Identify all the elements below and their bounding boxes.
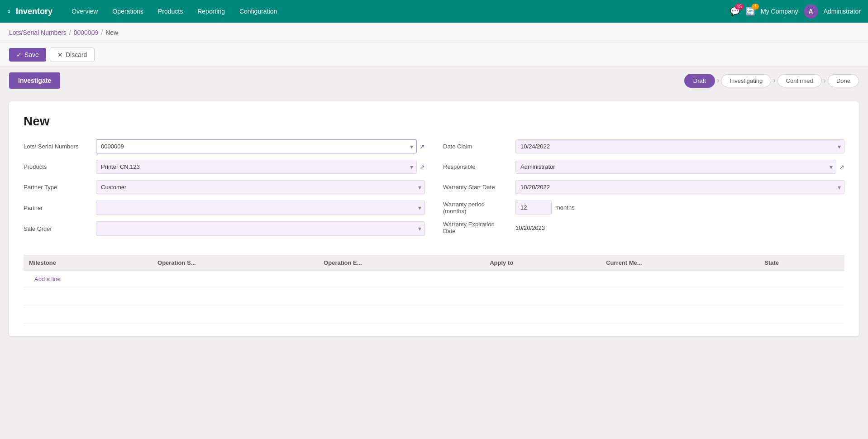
partner-label: Partner bbox=[24, 205, 96, 211]
left-form-section: Lots/ Serial Numbers ▾ ↗ Products Pri bbox=[24, 139, 425, 242]
save-button[interactable]: ✓ Save bbox=[9, 48, 46, 62]
investigate-button[interactable]: Investigate bbox=[9, 72, 60, 89]
warranty-start-label: Warranty Start Date bbox=[443, 184, 515, 191]
discard-label: Discard bbox=[66, 51, 87, 58]
record-title: New bbox=[24, 114, 844, 129]
step-arrow-1: › bbox=[717, 76, 719, 85]
responsible-select-wrapper: Administrator ▾ bbox=[515, 160, 836, 174]
col-state: State bbox=[759, 255, 844, 271]
date-claim-field: ▾ bbox=[515, 139, 844, 153]
responsible-field: Administrator ▾ bbox=[515, 160, 836, 174]
company-name[interactable]: My Company bbox=[761, 8, 798, 15]
breadcrumb-lots[interactable]: Lots/Serial Numbers bbox=[9, 29, 67, 36]
user-avatar[interactable]: A bbox=[804, 4, 818, 19]
col-operation-end: Operation E... bbox=[318, 255, 484, 271]
action-bar: Investigate Draft › Investigating › Conf… bbox=[0, 67, 868, 94]
grid-icon[interactable]: ▫ bbox=[7, 6, 10, 17]
warranty-expiry-value: 10/20/2023 bbox=[515, 224, 545, 231]
nav-links: Overview Operations Products Reporting C… bbox=[65, 5, 726, 18]
partner-type-select[interactable]: Customer Vendor bbox=[96, 180, 425, 194]
status-investigating[interactable]: Investigating bbox=[721, 74, 771, 87]
responsible-external-link-icon[interactable]: ↗ bbox=[839, 163, 844, 171]
warranty-expiry-row: Warranty Expiration Date 10/20/2023 bbox=[443, 221, 844, 234]
col-operation-start: Operation S... bbox=[152, 255, 318, 271]
app-brand[interactable]: Inventory bbox=[16, 7, 52, 16]
warranty-expiry-label: Warranty Expiration Date bbox=[443, 221, 515, 234]
toolbar: ✓ Save ✕ Discard bbox=[0, 43, 868, 67]
products-field: Printer CN.123 ▾ bbox=[96, 160, 417, 174]
sale-order-label: Sale Order bbox=[24, 225, 96, 232]
activity-badge[interactable]: 🔄 1 bbox=[745, 6, 755, 16]
right-form-section: Date Claim ▾ Responsible Administrator bbox=[443, 139, 844, 242]
status-draft[interactable]: Draft bbox=[684, 74, 715, 88]
products-row: Products Printer CN.123 ▾ ↗ bbox=[24, 160, 425, 174]
breadcrumb-sep-2: / bbox=[101, 29, 103, 36]
breadcrumb-serial[interactable]: 0000009 bbox=[74, 29, 99, 36]
milestones-tbody: Add a line bbox=[24, 271, 844, 324]
form-card: New Lots/ Serial Numbers ▾ ↗ bbox=[9, 101, 859, 336]
status-investigating-label: Investigating bbox=[721, 74, 771, 87]
lots-serial-label: Lots/ Serial Numbers bbox=[24, 143, 96, 150]
milestones-table: Milestone Operation S... Operation E... … bbox=[24, 255, 844, 324]
save-label: Save bbox=[24, 51, 39, 58]
warranty-period-input[interactable] bbox=[515, 200, 552, 215]
lots-serial-select-wrapper: ▾ bbox=[96, 139, 417, 153]
discard-x-icon: ✕ bbox=[57, 51, 63, 58]
nav-overview[interactable]: Overview bbox=[65, 5, 104, 18]
nav-configuration[interactable]: Configuration bbox=[233, 5, 283, 18]
step-arrow-2: › bbox=[773, 76, 775, 85]
add-line-button[interactable]: Add a line bbox=[29, 272, 66, 286]
responsible-row: Responsible Administrator ▾ ↗ bbox=[443, 160, 844, 174]
partner-type-label: Partner Type bbox=[24, 184, 96, 191]
sale-order-select-wrapper: ▾ bbox=[96, 221, 425, 236]
username[interactable]: Administrator bbox=[824, 8, 861, 15]
status-done[interactable]: Done bbox=[828, 74, 859, 87]
milestones-empty-row-1 bbox=[24, 287, 844, 305]
status-done-label: Done bbox=[828, 74, 859, 87]
nav-products[interactable]: Products bbox=[152, 5, 189, 18]
milestones-thead: Milestone Operation S... Operation E... … bbox=[24, 255, 844, 271]
status-confirmed-label: Confirmed bbox=[777, 74, 822, 87]
top-navigation: ▫ Inventory Overview Operations Products… bbox=[0, 0, 868, 23]
partner-type-select-wrapper: Customer Vendor ▾ bbox=[96, 180, 425, 194]
main-content: New Lots/ Serial Numbers ▾ ↗ bbox=[0, 94, 868, 344]
date-claim-input[interactable] bbox=[515, 139, 844, 153]
milestones-add-row: Add a line bbox=[24, 271, 844, 287]
lots-serial-input[interactable] bbox=[96, 139, 417, 153]
products-value[interactable]: Printer CN.123 bbox=[96, 160, 417, 174]
breadcrumb: Lots/Serial Numbers / 0000009 / New bbox=[0, 23, 868, 43]
col-current-me: Current Me... bbox=[601, 255, 759, 271]
date-claim-wrapper: ▾ bbox=[515, 139, 844, 153]
products-external-link-icon[interactable]: ↗ bbox=[420, 163, 425, 171]
messages-badge[interactable]: 💬 15 bbox=[730, 6, 740, 16]
warranty-start-input[interactable] bbox=[515, 180, 844, 194]
warranty-period-label: Warranty period (months) bbox=[443, 201, 515, 215]
sale-order-field: ▾ bbox=[96, 221, 425, 236]
lots-serial-field: ▾ bbox=[96, 139, 417, 153]
date-claim-row: Date Claim ▾ bbox=[443, 139, 844, 153]
discard-button[interactable]: ✕ Discard bbox=[50, 48, 95, 62]
nav-operations[interactable]: Operations bbox=[106, 5, 149, 18]
col-apply-to: Apply to bbox=[484, 255, 601, 271]
partner-select-wrapper: ▾ bbox=[96, 200, 425, 215]
form-grid: Lots/ Serial Numbers ▾ ↗ Products Pri bbox=[24, 139, 844, 242]
sale-order-row: Sale Order ▾ bbox=[24, 221, 425, 236]
partner-field: ▾ bbox=[96, 200, 425, 215]
status-confirmed[interactable]: Confirmed bbox=[777, 74, 822, 87]
sale-order-value[interactable] bbox=[96, 221, 425, 236]
lots-serial-external-link-icon[interactable]: ↗ bbox=[420, 143, 425, 150]
milestones-empty-row-2 bbox=[24, 305, 844, 324]
nav-reporting[interactable]: Reporting bbox=[191, 5, 231, 18]
step-arrow-3: › bbox=[824, 76, 826, 85]
topnav-right: 💬 15 🔄 1 My Company A Administrator bbox=[730, 4, 861, 19]
warranty-period-row: Warranty period (months) months bbox=[443, 200, 844, 215]
warranty-period-unit: months bbox=[555, 204, 575, 211]
responsible-value[interactable]: Administrator bbox=[515, 160, 836, 174]
lots-serial-row: Lots/ Serial Numbers ▾ ↗ bbox=[24, 139, 425, 153]
partner-type-field: Customer Vendor ▾ bbox=[96, 180, 425, 194]
partner-value[interactable] bbox=[96, 200, 425, 215]
status-draft-label: Draft bbox=[684, 74, 715, 88]
partner-row: Partner ▾ bbox=[24, 200, 425, 215]
warranty-expiry-field: 10/20/2023 bbox=[515, 224, 844, 231]
col-milestone: Milestone bbox=[24, 255, 152, 271]
